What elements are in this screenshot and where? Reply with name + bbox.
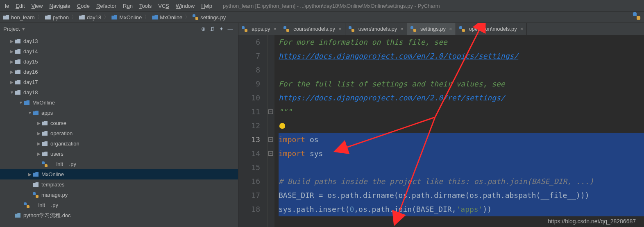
menu-tools[interactable]: Tools — [136, 1, 155, 11]
menu-view[interactable]: View — [28, 1, 46, 11]
expand-right-icon[interactable]: ▶ — [27, 172, 33, 177]
close-tab-icon[interactable]: × — [520, 26, 524, 32]
python-file-icon — [42, 161, 48, 167]
code-line[interactable]: import sys — [279, 147, 644, 161]
expand-right-icon[interactable]: ▶ — [9, 39, 15, 43]
code-line[interactable] — [279, 63, 644, 77]
expand-right-icon[interactable]: ▶ — [9, 80, 15, 84]
code-line[interactable]: https://docs.djangoproject.com/en/2.0/to… — [279, 49, 644, 63]
editor-tab[interactable]: operation\models.py× — [456, 23, 527, 35]
code-line[interactable] — [279, 161, 644, 175]
line-number: 6 — [238, 35, 260, 49]
tree-item[interactable]: manage.py — [0, 190, 238, 200]
line-number: 8 — [238, 63, 260, 77]
menu-window[interactable]: Window — [172, 1, 198, 11]
project-tree[interactable]: ▶day13▶day14▶day15▶day16▶day17▼day18▼MxO… — [0, 35, 238, 227]
project-header: Project ▾ ⊕ ⇵ ✦ — — [0, 23, 238, 35]
tree-item[interactable]: python学习流程.doc — [0, 210, 238, 220]
fold-toggle-icon[interactable]: − — [268, 109, 273, 114]
close-tab-icon[interactable]: × — [338, 26, 342, 32]
tree-item[interactable]: __init__.py — [0, 200, 238, 210]
fold-toggle-icon[interactable]: − — [268, 137, 273, 142]
editor-tab[interactable]: users\models.py× — [345, 23, 407, 35]
breadcrumb-item[interactable]: MxOnline — [110, 14, 143, 20]
python-file-icon — [242, 26, 247, 32]
menu-file[interactable]: le — [2, 1, 12, 11]
tree-item[interactable]: ▶operation — [0, 128, 238, 138]
menu-refactor[interactable]: Refactor — [93, 1, 120, 11]
tree-item[interactable]: ▼day18 — [0, 87, 238, 98]
lightbulb-icon[interactable] — [279, 123, 285, 129]
tree-item[interactable]: ▶day17 — [0, 77, 238, 87]
menu-navigate[interactable]: Navigate — [46, 1, 73, 11]
code-line[interactable]: BASE_DIR = os.path.dirname(os.path.dirna… — [279, 188, 644, 202]
folder-icon — [15, 49, 20, 54]
editor-tab[interactable]: settings.py× — [407, 23, 456, 35]
tree-item[interactable]: ▶users — [0, 149, 238, 159]
breadcrumb-item[interactable]: day18 — [77, 14, 103, 20]
code-line[interactable]: https://docs.djangoproject.com/en/2.0/re… — [279, 91, 644, 105]
expand-down-icon[interactable]: ▼ — [27, 111, 33, 115]
breadcrumb-item[interactable]: python — [43, 14, 70, 20]
code-line[interactable]: For the full list of settings and their … — [279, 77, 644, 91]
tree-item[interactable]: ▶MxOnline — [0, 169, 238, 179]
editor-tab[interactable]: course\models.py× — [280, 23, 345, 35]
tree-item[interactable]: ▶organization — [0, 138, 238, 149]
menu-code[interactable]: Code — [74, 1, 93, 11]
tree-item[interactable]: templates — [0, 179, 238, 190]
breadcrumb-item[interactable]: settings.py — [191, 14, 227, 20]
expand-right-icon[interactable]: ▶ — [9, 49, 15, 54]
tree-item-label: templates — [41, 182, 64, 188]
tree-item[interactable]: ▼MxOnline — [0, 98, 238, 108]
dropdown-icon[interactable]: ▾ — [22, 26, 25, 32]
expand-right-icon[interactable]: ▶ — [9, 59, 15, 64]
code-line[interactable]: # Build paths inside the project like th… — [279, 175, 644, 188]
close-tab-icon[interactable]: × — [449, 26, 452, 32]
folder-icon — [33, 111, 39, 115]
expand-right-icon[interactable]: ▶ — [9, 70, 15, 74]
expand-down-icon[interactable]: ▼ — [9, 90, 15, 95]
expand-right-icon[interactable]: ▶ — [36, 121, 42, 125]
code-line[interactable]: """ — [279, 105, 644, 119]
python-file-icon — [24, 202, 29, 208]
menu-help[interactable]: Help — [198, 1, 215, 11]
tree-item[interactable]: ▶day16 — [0, 67, 238, 77]
tree-item-label: day17 — [23, 79, 38, 85]
close-tab-icon[interactable]: × — [400, 26, 404, 32]
tree-item[interactable]: ▶course — [0, 118, 238, 128]
code-line[interactable]: sys.path.insert(0,os.path.join(BASE_DIR,… — [279, 202, 644, 216]
code-editor[interactable]: 6789101112131415161718 −−− For more info… — [238, 35, 644, 227]
fold-toggle-icon[interactable]: − — [268, 151, 273, 156]
tree-item[interactable]: ▶day13 — [0, 36, 238, 46]
tree-item[interactable]: ▼apps — [0, 108, 238, 118]
code-line[interactable] — [279, 119, 644, 133]
tree-item-label: manage.py — [41, 192, 68, 198]
code-line[interactable]: import os — [279, 133, 644, 147]
editor-tab[interactable]: apps.py× — [238, 23, 280, 35]
tree-item[interactable]: ▶day15 — [0, 57, 238, 67]
breadcrumb-item[interactable]: MxOnline — [150, 14, 184, 20]
hide-icon[interactable]: — — [226, 26, 235, 32]
tree-item-label: operation — [50, 130, 73, 136]
menu-run[interactable]: Run — [120, 1, 136, 11]
tree-item[interactable]: ▶day14 — [0, 46, 238, 57]
settings-icon[interactable]: ✦ — [217, 26, 226, 32]
expand-down-icon[interactable]: ▼ — [18, 100, 24, 105]
locate-icon[interactable]: ⊕ — [199, 26, 208, 32]
expand-right-icon[interactable]: ▶ — [36, 131, 42, 136]
tree-item-label: python学习流程.doc — [23, 212, 71, 219]
collapse-icon[interactable]: ⇵ — [208, 26, 217, 32]
menu-vcs[interactable]: VCS — [155, 1, 172, 11]
line-number: 17 — [238, 188, 260, 202]
breadcrumb-item[interactable]: hon_learn — [2, 14, 36, 20]
code-content[interactable]: For more information on this file, seeht… — [274, 35, 644, 227]
tree-item-label: __init__.py — [50, 161, 76, 167]
menu-edit[interactable]: Edit — [12, 1, 28, 11]
line-number: 7 — [238, 49, 260, 63]
expand-right-icon[interactable]: ▶ — [36, 152, 42, 156]
tree-item[interactable]: __init__.py — [0, 159, 238, 169]
folder-icon — [33, 172, 39, 177]
expand-right-icon[interactable]: ▶ — [36, 141, 42, 146]
code-line[interactable]: For more information on this file, see — [279, 35, 644, 49]
close-tab-icon[interactable]: × — [274, 26, 277, 32]
